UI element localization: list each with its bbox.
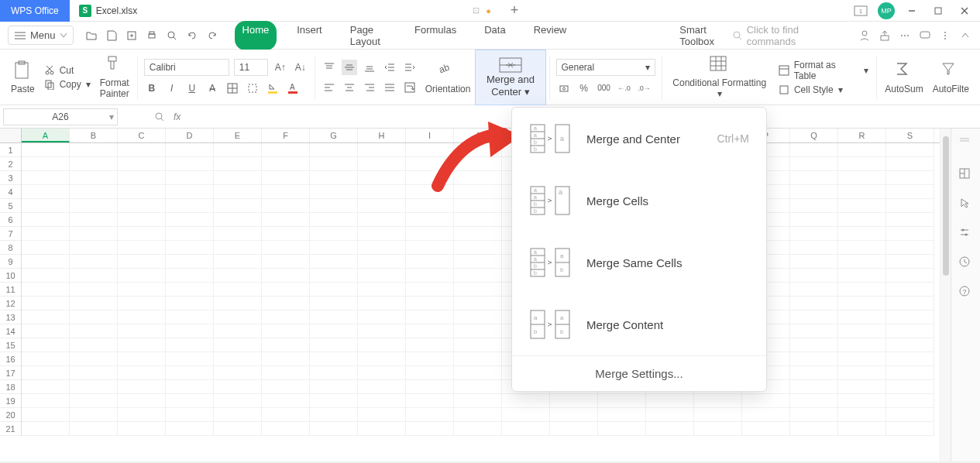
window-layout-icon[interactable]: 1	[851, 2, 870, 20]
help-icon[interactable]: ?	[958, 285, 974, 300]
user-avatar[interactable]: MP	[878, 2, 895, 19]
minimize-button[interactable]	[903, 2, 921, 20]
borders-icon[interactable]	[225, 81, 240, 96]
merge-center-button[interactable]: Merge and Center ▾	[475, 50, 545, 105]
merge-settings-item[interactable]: Merge Settings...	[512, 356, 766, 391]
row-header-20[interactable]: 20	[0, 408, 21, 422]
tab-formulas[interactable]: Formulas	[407, 21, 464, 50]
row-header-14[interactable]: 14	[0, 324, 21, 338]
new-tab-button[interactable]: +	[504, 2, 525, 19]
fx-label[interactable]: fx	[174, 111, 181, 122]
increase-indent-icon[interactable]	[402, 60, 418, 75]
vertical-scrollbar[interactable]	[940, 129, 951, 461]
share-icon[interactable]	[878, 29, 892, 43]
zoom-search-icon[interactable]	[152, 109, 167, 125]
bold-icon[interactable]: B	[144, 81, 160, 96]
conditional-formatting-button[interactable]: Conditional Formatting ▾	[665, 55, 774, 98]
close-button[interactable]	[955, 2, 974, 20]
row-header-5[interactable]: 5	[0, 199, 21, 213]
currency-icon[interactable]	[556, 81, 572, 96]
column-header-C[interactable]: C	[118, 129, 166, 142]
row-header-21[interactable]: 21	[0, 422, 21, 436]
tab-data[interactable]: Data	[476, 21, 513, 50]
row-header-17[interactable]: 17	[0, 366, 21, 380]
row-header-16[interactable]: 16	[0, 352, 21, 366]
column-header-A[interactable]: A	[22, 129, 70, 142]
row-header-1[interactable]: 1	[0, 143, 21, 157]
row-header-11[interactable]: 11	[0, 283, 21, 297]
justify-icon[interactable]	[382, 80, 397, 95]
redo-icon[interactable]	[205, 29, 219, 43]
autosum-button[interactable]: AutoSum	[880, 60, 927, 94]
tab-smart-toolbox[interactable]: Smart Toolbox	[672, 21, 729, 50]
percent-icon[interactable]: %	[576, 81, 592, 96]
align-top-icon[interactable]	[322, 60, 337, 75]
settings-slider-icon[interactable]	[958, 226, 974, 242]
row-header-10[interactable]: 10	[0, 269, 21, 283]
panel-layout-icon[interactable]	[958, 167, 974, 183]
increase-decimal-icon[interactable]: ←.0	[617, 81, 632, 96]
column-header-G[interactable]: G	[310, 129, 358, 142]
align-bottom-icon[interactable]	[362, 60, 377, 75]
cell-effect-icon[interactable]	[245, 81, 260, 96]
name-box[interactable]: A26 ▾	[3, 108, 118, 125]
font-size-select[interactable]: 11	[234, 59, 268, 76]
decrease-indent-icon[interactable]	[382, 60, 397, 75]
cell-style-button[interactable]: Cell Style ▾	[779, 84, 868, 95]
print-icon[interactable]	[145, 29, 159, 43]
collapse-ribbon-icon[interactable]	[958, 29, 972, 43]
wrap-text-icon[interactable]	[402, 80, 418, 95]
merge-same-cells-item[interactable]: aabbab Merge Same Cells	[512, 232, 766, 293]
preview-icon[interactable]	[165, 29, 179, 43]
autofilter-button[interactable]: AutoFilte	[928, 60, 974, 94]
row-header-18[interactable]: 18	[0, 380, 21, 394]
history-icon[interactable]	[958, 256, 974, 271]
row-header-8[interactable]: 8	[0, 241, 21, 255]
export-icon[interactable]	[125, 29, 139, 43]
column-header-E[interactable]: E	[214, 129, 262, 142]
options-icon[interactable]	[938, 29, 952, 43]
column-header-S[interactable]: S	[886, 129, 934, 142]
paste-group[interactable]: Paste	[6, 60, 40, 94]
select-all-corner[interactable]	[0, 129, 22, 143]
undo-icon[interactable]	[185, 29, 199, 43]
user-account-icon[interactable]	[858, 29, 872, 43]
column-header-H[interactable]: H	[358, 129, 406, 142]
row-header-19[interactable]: 19	[0, 394, 21, 408]
row-header-3[interactable]: 3	[0, 171, 21, 185]
fill-color-icon[interactable]	[265, 81, 280, 96]
tab-home[interactable]: Home	[235, 21, 277, 50]
column-header-F[interactable]: F	[262, 129, 310, 142]
font-color-icon[interactable]: A	[285, 81, 301, 96]
cut-button[interactable]: Cut	[44, 65, 91, 76]
strikethrough-icon[interactable]: A̶	[205, 81, 220, 96]
command-search[interactable]: Click to find commands	[732, 24, 842, 47]
cursor-icon[interactable]	[958, 197, 974, 212]
row-header-9[interactable]: 9	[0, 255, 21, 269]
decrease-decimal-icon[interactable]: .0→	[637, 81, 652, 96]
font-name-select[interactable]: Calibri	[144, 59, 229, 76]
merge-content-item[interactable]: abab Merge Content	[512, 293, 766, 355]
row-header-7[interactable]: 7	[0, 227, 21, 241]
tab-page-layout[interactable]: Page Layout	[342, 21, 394, 50]
align-middle-icon[interactable]	[342, 60, 357, 75]
comma-icon[interactable]: 000	[597, 81, 612, 96]
row-header-4[interactable]: 4	[0, 185, 21, 199]
column-header-R[interactable]: R	[838, 129, 886, 142]
align-center-icon[interactable]	[342, 80, 357, 95]
document-tab[interactable]: S Excel.xlsx	[70, 0, 146, 22]
column-header-D[interactable]: D	[166, 129, 214, 142]
column-header-B[interactable]: B	[70, 129, 118, 142]
open-icon[interactable]	[84, 29, 98, 43]
merge-cells-item[interactable]: aabba Merge Cells	[512, 170, 766, 232]
merge-and-center-item[interactable]: aabba Merge and Center Ctrl+M	[512, 108, 766, 170]
underline-icon[interactable]: U	[184, 81, 200, 96]
format-painter-button[interactable]: Format Painter	[95, 55, 134, 98]
decrease-font-icon[interactable]: A↓	[293, 60, 308, 75]
tab-review[interactable]: Review	[526, 21, 575, 50]
row-header-13[interactable]: 13	[0, 310, 21, 324]
tab-insert[interactable]: Insert	[289, 21, 330, 50]
copy-button[interactable]: Copy ▾	[44, 79, 91, 90]
column-header-Q[interactable]: Q	[790, 129, 838, 142]
row-header-6[interactable]: 6	[0, 213, 21, 227]
